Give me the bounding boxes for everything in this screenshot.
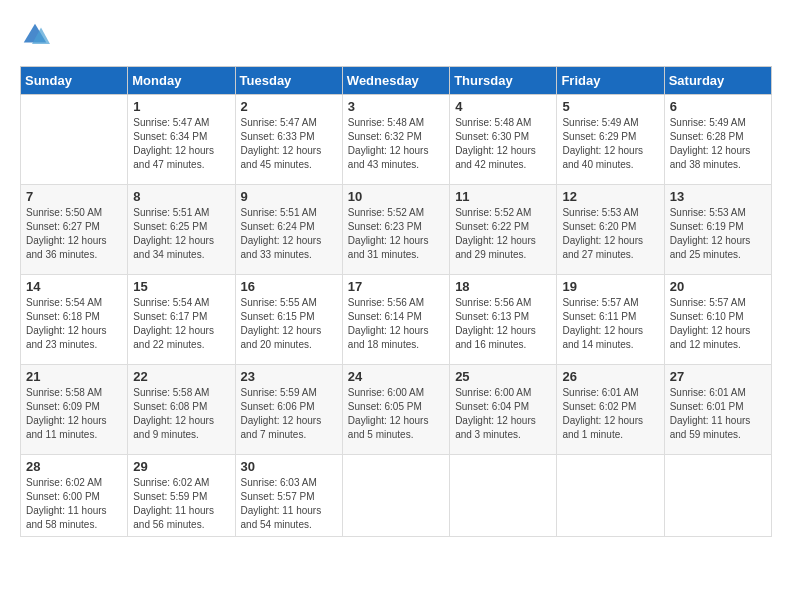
calendar-cell: 5Sunrise: 5:49 AMSunset: 6:29 PMDaylight… [557, 95, 664, 185]
day-number: 19 [562, 279, 658, 294]
calendar-cell: 14Sunrise: 5:54 AMSunset: 6:18 PMDayligh… [21, 275, 128, 365]
logo-icon [20, 20, 50, 50]
logo [20, 20, 54, 50]
day-info: Sunrise: 5:49 AMSunset: 6:29 PMDaylight:… [562, 116, 658, 172]
day-info: Sunrise: 5:52 AMSunset: 6:23 PMDaylight:… [348, 206, 444, 262]
day-number: 1 [133, 99, 229, 114]
day-info: Sunrise: 5:47 AMSunset: 6:34 PMDaylight:… [133, 116, 229, 172]
day-number: 30 [241, 459, 337, 474]
calendar-body: 1Sunrise: 5:47 AMSunset: 6:34 PMDaylight… [21, 95, 772, 537]
day-info: Sunrise: 6:02 AMSunset: 6:00 PMDaylight:… [26, 476, 122, 532]
day-number: 21 [26, 369, 122, 384]
calendar-table: Sunday Monday Tuesday Wednesday Thursday… [20, 66, 772, 537]
day-info: Sunrise: 6:00 AMSunset: 6:05 PMDaylight:… [348, 386, 444, 442]
day-number: 5 [562, 99, 658, 114]
col-wednesday: Wednesday [342, 67, 449, 95]
day-number: 10 [348, 189, 444, 204]
day-info: Sunrise: 5:53 AMSunset: 6:19 PMDaylight:… [670, 206, 766, 262]
day-number: 11 [455, 189, 551, 204]
day-number: 18 [455, 279, 551, 294]
header-row: Sunday Monday Tuesday Wednesday Thursday… [21, 67, 772, 95]
calendar-cell: 23Sunrise: 5:59 AMSunset: 6:06 PMDayligh… [235, 365, 342, 455]
calendar-cell: 25Sunrise: 6:00 AMSunset: 6:04 PMDayligh… [450, 365, 557, 455]
day-info: Sunrise: 5:51 AMSunset: 6:25 PMDaylight:… [133, 206, 229, 262]
day-info: Sunrise: 5:47 AMSunset: 6:33 PMDaylight:… [241, 116, 337, 172]
day-number: 6 [670, 99, 766, 114]
calendar-cell: 10Sunrise: 5:52 AMSunset: 6:23 PMDayligh… [342, 185, 449, 275]
day-info: Sunrise: 5:48 AMSunset: 6:30 PMDaylight:… [455, 116, 551, 172]
day-info: Sunrise: 5:49 AMSunset: 6:28 PMDaylight:… [670, 116, 766, 172]
calendar-cell: 1Sunrise: 5:47 AMSunset: 6:34 PMDaylight… [128, 95, 235, 185]
day-info: Sunrise: 5:52 AMSunset: 6:22 PMDaylight:… [455, 206, 551, 262]
calendar-cell: 17Sunrise: 5:56 AMSunset: 6:14 PMDayligh… [342, 275, 449, 365]
calendar-cell: 7Sunrise: 5:50 AMSunset: 6:27 PMDaylight… [21, 185, 128, 275]
col-thursday: Thursday [450, 67, 557, 95]
day-number: 24 [348, 369, 444, 384]
day-number: 16 [241, 279, 337, 294]
day-info: Sunrise: 6:01 AMSunset: 6:01 PMDaylight:… [670, 386, 766, 442]
day-info: Sunrise: 6:00 AMSunset: 6:04 PMDaylight:… [455, 386, 551, 442]
col-tuesday: Tuesday [235, 67, 342, 95]
calendar-week-3: 14Sunrise: 5:54 AMSunset: 6:18 PMDayligh… [21, 275, 772, 365]
calendar-cell: 18Sunrise: 5:56 AMSunset: 6:13 PMDayligh… [450, 275, 557, 365]
calendar-cell: 3Sunrise: 5:48 AMSunset: 6:32 PMDaylight… [342, 95, 449, 185]
day-number: 12 [562, 189, 658, 204]
day-info: Sunrise: 5:57 AMSunset: 6:10 PMDaylight:… [670, 296, 766, 352]
day-number: 14 [26, 279, 122, 294]
day-info: Sunrise: 5:56 AMSunset: 6:13 PMDaylight:… [455, 296, 551, 352]
day-number: 8 [133, 189, 229, 204]
col-saturday: Saturday [664, 67, 771, 95]
calendar-cell: 28Sunrise: 6:02 AMSunset: 6:00 PMDayligh… [21, 455, 128, 537]
day-info: Sunrise: 5:58 AMSunset: 6:09 PMDaylight:… [26, 386, 122, 442]
day-info: Sunrise: 5:54 AMSunset: 6:17 PMDaylight:… [133, 296, 229, 352]
calendar-cell [342, 455, 449, 537]
calendar-cell: 29Sunrise: 6:02 AMSunset: 5:59 PMDayligh… [128, 455, 235, 537]
day-info: Sunrise: 5:53 AMSunset: 6:20 PMDaylight:… [562, 206, 658, 262]
day-number: 2 [241, 99, 337, 114]
calendar-cell: 21Sunrise: 5:58 AMSunset: 6:09 PMDayligh… [21, 365, 128, 455]
day-number: 15 [133, 279, 229, 294]
calendar-week-4: 21Sunrise: 5:58 AMSunset: 6:09 PMDayligh… [21, 365, 772, 455]
calendar-cell: 12Sunrise: 5:53 AMSunset: 6:20 PMDayligh… [557, 185, 664, 275]
calendar-cell [450, 455, 557, 537]
day-number: 28 [26, 459, 122, 474]
day-info: Sunrise: 5:57 AMSunset: 6:11 PMDaylight:… [562, 296, 658, 352]
day-info: Sunrise: 5:48 AMSunset: 6:32 PMDaylight:… [348, 116, 444, 172]
day-info: Sunrise: 6:03 AMSunset: 5:57 PMDaylight:… [241, 476, 337, 532]
calendar-cell: 30Sunrise: 6:03 AMSunset: 5:57 PMDayligh… [235, 455, 342, 537]
page-header [20, 20, 772, 50]
day-number: 3 [348, 99, 444, 114]
day-info: Sunrise: 5:50 AMSunset: 6:27 PMDaylight:… [26, 206, 122, 262]
day-number: 23 [241, 369, 337, 384]
day-number: 13 [670, 189, 766, 204]
calendar-cell [557, 455, 664, 537]
day-info: Sunrise: 6:01 AMSunset: 6:02 PMDaylight:… [562, 386, 658, 442]
calendar-cell [21, 95, 128, 185]
day-number: 7 [26, 189, 122, 204]
day-number: 25 [455, 369, 551, 384]
day-number: 26 [562, 369, 658, 384]
calendar-cell: 20Sunrise: 5:57 AMSunset: 6:10 PMDayligh… [664, 275, 771, 365]
col-friday: Friday [557, 67, 664, 95]
calendar-cell: 8Sunrise: 5:51 AMSunset: 6:25 PMDaylight… [128, 185, 235, 275]
day-info: Sunrise: 5:54 AMSunset: 6:18 PMDaylight:… [26, 296, 122, 352]
calendar-cell: 9Sunrise: 5:51 AMSunset: 6:24 PMDaylight… [235, 185, 342, 275]
calendar-header: Sunday Monday Tuesday Wednesday Thursday… [21, 67, 772, 95]
calendar-week-2: 7Sunrise: 5:50 AMSunset: 6:27 PMDaylight… [21, 185, 772, 275]
calendar-cell: 24Sunrise: 6:00 AMSunset: 6:05 PMDayligh… [342, 365, 449, 455]
col-monday: Monday [128, 67, 235, 95]
day-info: Sunrise: 5:56 AMSunset: 6:14 PMDaylight:… [348, 296, 444, 352]
day-number: 17 [348, 279, 444, 294]
calendar-cell: 13Sunrise: 5:53 AMSunset: 6:19 PMDayligh… [664, 185, 771, 275]
calendar-cell: 19Sunrise: 5:57 AMSunset: 6:11 PMDayligh… [557, 275, 664, 365]
calendar-week-5: 28Sunrise: 6:02 AMSunset: 6:00 PMDayligh… [21, 455, 772, 537]
col-sunday: Sunday [21, 67, 128, 95]
day-info: Sunrise: 6:02 AMSunset: 5:59 PMDaylight:… [133, 476, 229, 532]
calendar-cell: 4Sunrise: 5:48 AMSunset: 6:30 PMDaylight… [450, 95, 557, 185]
calendar-cell: 2Sunrise: 5:47 AMSunset: 6:33 PMDaylight… [235, 95, 342, 185]
calendar-cell: 16Sunrise: 5:55 AMSunset: 6:15 PMDayligh… [235, 275, 342, 365]
calendar-cell: 6Sunrise: 5:49 AMSunset: 6:28 PMDaylight… [664, 95, 771, 185]
day-info: Sunrise: 5:55 AMSunset: 6:15 PMDaylight:… [241, 296, 337, 352]
day-number: 29 [133, 459, 229, 474]
calendar-cell: 15Sunrise: 5:54 AMSunset: 6:17 PMDayligh… [128, 275, 235, 365]
